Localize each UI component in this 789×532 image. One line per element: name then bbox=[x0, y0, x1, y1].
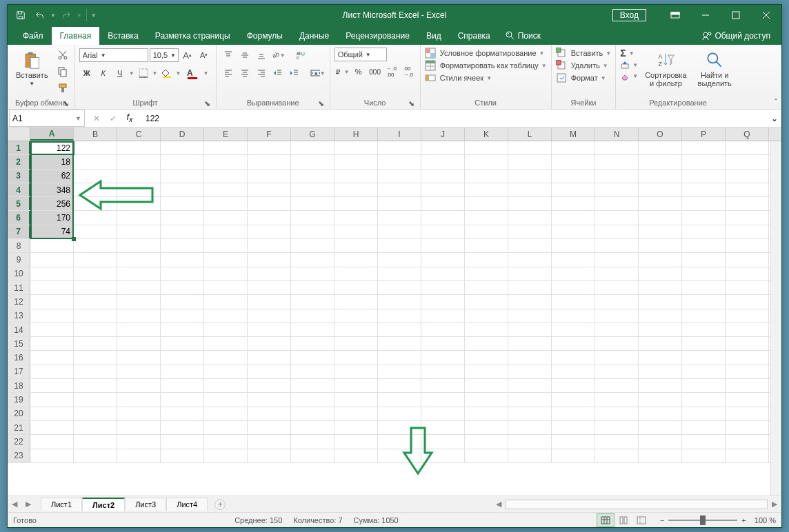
cell-M2[interactable] bbox=[552, 155, 595, 168]
cell-I19[interactable] bbox=[378, 393, 421, 406]
cell-C6[interactable] bbox=[117, 211, 161, 224]
decrease-indent-icon[interactable] bbox=[270, 65, 286, 81]
column-header-Q[interactable]: Q bbox=[726, 127, 769, 141]
cell-M5[interactable] bbox=[552, 197, 595, 210]
cell-G11[interactable] bbox=[291, 281, 334, 294]
cell-Q12[interactable] bbox=[726, 295, 769, 308]
cell-I9[interactable] bbox=[378, 253, 421, 266]
cell-P7[interactable] bbox=[682, 225, 726, 238]
cell-A10[interactable] bbox=[30, 267, 74, 280]
cell-D19[interactable] bbox=[161, 393, 204, 406]
row-header-23[interactable]: 23 bbox=[8, 449, 30, 462]
cell-Q7[interactable] bbox=[726, 225, 769, 238]
cell-G17[interactable] bbox=[291, 365, 334, 378]
cell-P22[interactable] bbox=[682, 435, 726, 448]
percent-format-icon[interactable]: % bbox=[351, 64, 366, 79]
search-button[interactable]: Поиск bbox=[499, 27, 548, 45]
cell-P13[interactable] bbox=[682, 309, 726, 323]
cell-G9[interactable] bbox=[291, 253, 334, 266]
cell-K15[interactable] bbox=[465, 337, 508, 350]
cell-D18[interactable] bbox=[161, 379, 204, 392]
cell-B20[interactable] bbox=[74, 407, 117, 420]
cell-H6[interactable] bbox=[334, 211, 378, 224]
cell-N2[interactable] bbox=[595, 155, 639, 168]
cell-E14[interactable] bbox=[204, 323, 248, 336]
cell-C2[interactable] bbox=[117, 155, 161, 168]
cell-J2[interactable] bbox=[421, 155, 465, 168]
cell-M6[interactable] bbox=[552, 211, 595, 224]
cell-L11[interactable] bbox=[508, 281, 552, 294]
cell-E22[interactable] bbox=[204, 435, 248, 448]
cell-I17[interactable] bbox=[378, 365, 421, 378]
cell-H12[interactable] bbox=[334, 295, 378, 308]
insert-cells-button[interactable]: Вставить▼ bbox=[556, 48, 612, 59]
find-select-button[interactable]: Найти и выделить bbox=[694, 48, 736, 90]
share-button[interactable]: Общий доступ bbox=[691, 27, 781, 45]
cell-C12[interactable] bbox=[117, 295, 161, 308]
cell-L15[interactable] bbox=[508, 337, 552, 350]
cell-L6[interactable] bbox=[508, 211, 552, 224]
cell-K10[interactable] bbox=[465, 267, 508, 280]
cell-E21[interactable] bbox=[204, 421, 248, 434]
vertical-scrollbar[interactable] bbox=[770, 141, 781, 495]
cell-O22[interactable] bbox=[639, 435, 682, 448]
cell-M14[interactable] bbox=[552, 323, 595, 336]
cell-J4[interactable] bbox=[421, 183, 465, 196]
row-header-21[interactable]: 21 bbox=[8, 421, 30, 434]
cell-I1[interactable] bbox=[378, 141, 421, 154]
cell-O9[interactable] bbox=[639, 253, 682, 266]
cell-K2[interactable] bbox=[465, 155, 508, 168]
cell-E2[interactable] bbox=[204, 155, 248, 168]
cell-F11[interactable] bbox=[248, 281, 291, 294]
cell-G13[interactable] bbox=[291, 309, 334, 323]
format-painter-icon[interactable] bbox=[55, 81, 70, 96]
cell-P21[interactable] bbox=[682, 421, 726, 434]
cell-N21[interactable] bbox=[595, 421, 639, 434]
cell-L16[interactable] bbox=[508, 351, 552, 364]
number-launcher[interactable]: ⬊ bbox=[408, 99, 416, 108]
clipboard-launcher[interactable]: ⬊ bbox=[62, 99, 70, 108]
row-header-19[interactable]: 19 bbox=[8, 393, 30, 406]
column-header-D[interactable]: D bbox=[161, 127, 204, 141]
cell-D3[interactable] bbox=[161, 170, 204, 183]
cell-J1[interactable] bbox=[421, 141, 465, 154]
cell-O15[interactable] bbox=[639, 337, 682, 350]
cell-G19[interactable] bbox=[291, 393, 334, 406]
cell-C8[interactable] bbox=[117, 239, 161, 252]
cell-K12[interactable] bbox=[465, 295, 508, 308]
cell-A15[interactable] bbox=[30, 337, 74, 350]
prev-sheet-icon[interactable]: ◀ bbox=[8, 497, 21, 512]
cell-L19[interactable] bbox=[508, 393, 552, 406]
cell-I3[interactable] bbox=[378, 170, 421, 183]
cell-H17[interactable] bbox=[334, 365, 378, 378]
cell-Q18[interactable] bbox=[726, 379, 769, 392]
comma-format-icon[interactable]: 000 bbox=[368, 64, 383, 79]
cell-F6[interactable] bbox=[248, 211, 291, 224]
cell-A1[interactable]: 122 bbox=[30, 141, 74, 154]
borders-icon[interactable] bbox=[136, 65, 151, 81]
cell-A16[interactable] bbox=[30, 351, 74, 364]
cell-P12[interactable] bbox=[682, 295, 726, 308]
cell-J16[interactable] bbox=[421, 351, 465, 364]
cut-icon[interactable] bbox=[55, 48, 70, 63]
cell-J11[interactable] bbox=[421, 281, 465, 294]
cell-C20[interactable] bbox=[117, 407, 161, 420]
cell-P20[interactable] bbox=[682, 407, 726, 420]
cell-L12[interactable] bbox=[508, 295, 552, 308]
cell-I16[interactable] bbox=[378, 351, 421, 364]
cell-A3[interactable]: 62 bbox=[30, 170, 74, 183]
decrease-decimal-icon[interactable]: .00→.0 bbox=[401, 64, 416, 79]
cell-N15[interactable] bbox=[595, 337, 639, 350]
cell-N5[interactable] bbox=[595, 197, 639, 210]
cell-F7[interactable] bbox=[248, 225, 291, 238]
alignment-launcher[interactable]: ⬊ bbox=[317, 99, 326, 108]
formula-bar[interactable]: 122 bbox=[141, 114, 768, 123]
cell-styles-button[interactable]: Стили ячеек▼ bbox=[425, 72, 492, 83]
cell-O18[interactable] bbox=[639, 379, 682, 392]
cell-Q21[interactable] bbox=[726, 421, 769, 434]
cell-O4[interactable] bbox=[639, 183, 682, 196]
cell-F17[interactable] bbox=[248, 365, 291, 378]
row-header-12[interactable]: 12 bbox=[8, 295, 30, 308]
cell-D17[interactable] bbox=[161, 365, 204, 378]
cell-D22[interactable] bbox=[161, 435, 204, 448]
